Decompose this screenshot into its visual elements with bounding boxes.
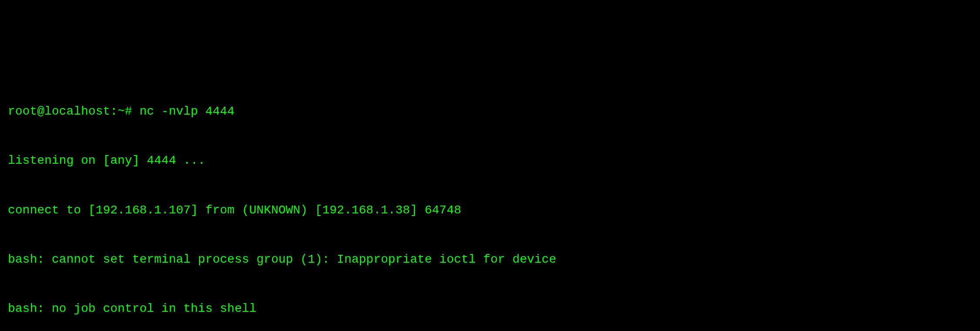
terminal-line: bash: cannot set terminal process group … [8, 251, 972, 268]
terminal-line: bash: no job control in this shell [8, 301, 972, 317]
terminal-line: listening on [any] 4444 ... [8, 152, 972, 169]
terminal-line: connect to [192.168.1.107] from (UNKNOWN… [8, 202, 972, 219]
terminal-line: root@localhost:~# nc -nvlp 4444 [8, 103, 972, 120]
terminal-window[interactable]: root@localhost:~# nc -nvlp 4444 listenin… [8, 70, 972, 331]
